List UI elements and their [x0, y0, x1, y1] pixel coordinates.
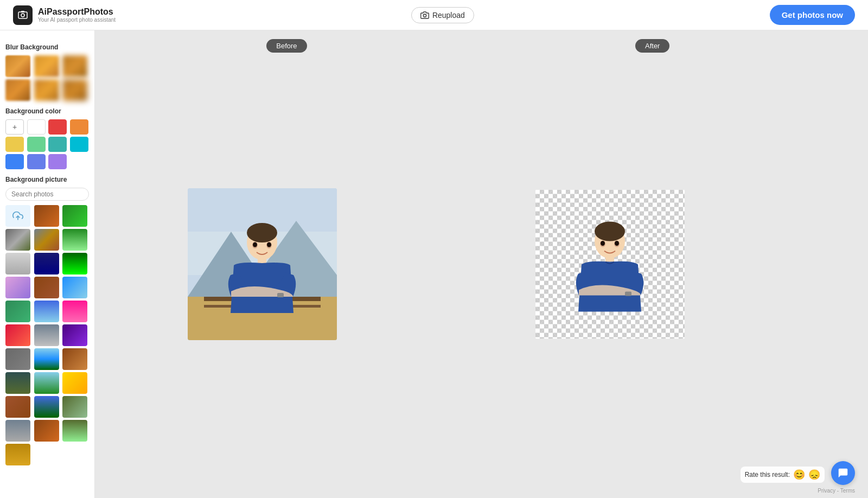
- app-body: Blur Background Background color + Backg…: [0, 30, 868, 498]
- bg-picture-grid: [5, 205, 89, 465]
- bg-thumb-12[interactable]: [5, 301, 30, 322]
- color-swatch-add[interactable]: +: [5, 119, 24, 135]
- bg-thumb-20[interactable]: [62, 348, 87, 370]
- rate-label: Rate this result:: [745, 471, 790, 478]
- get-photos-button[interactable]: Get photos now: [770, 5, 855, 25]
- bg-thumb-17[interactable]: [62, 324, 87, 346]
- reupload-label: Reupload: [432, 11, 465, 20]
- header: AiPassportPhotos Your AI passport photo …: [0, 0, 868, 30]
- bg-thumb-27[interactable]: [5, 420, 30, 442]
- after-image: [535, 190, 685, 339]
- blur-thumb-2[interactable]: [34, 55, 59, 77]
- bg-thumb-28[interactable]: [34, 420, 59, 442]
- after-image-container: [535, 190, 685, 339]
- color-section-title: Background color: [5, 107, 89, 115]
- bg-thumb-15[interactable]: [5, 324, 30, 346]
- blur-section-title: Blur Background: [5, 43, 89, 51]
- color-swatch-cyan[interactable]: [70, 137, 88, 152]
- color-swatch-orange[interactable]: [70, 119, 88, 135]
- svg-rect-20: [277, 293, 284, 297]
- privacy-link[interactable]: Privacy - Terms: [818, 488, 855, 494]
- after-scene-svg: [535, 190, 685, 339]
- logo-area: AiPassportPhotos Your AI passport photo …: [13, 5, 116, 25]
- svg-point-27: [615, 241, 619, 246]
- bg-thumb-1[interactable]: [34, 205, 59, 227]
- bg-thumb-6[interactable]: [5, 253, 30, 274]
- bg-thumb-14[interactable]: [62, 301, 87, 322]
- happy-emoji[interactable]: 😊: [793, 469, 805, 481]
- svg-point-18: [253, 242, 257, 247]
- bg-thumb-18[interactable]: [5, 348, 30, 370]
- bg-thumb-29[interactable]: [62, 420, 87, 442]
- color-swatch-grid: +: [5, 119, 89, 169]
- after-label: After: [635, 39, 669, 53]
- color-swatch-lime[interactable]: [27, 137, 46, 152]
- bg-thumb-4[interactable]: [34, 229, 59, 251]
- chat-icon: [837, 467, 849, 479]
- color-swatch-blue[interactable]: [5, 154, 24, 169]
- bg-thumb-10[interactable]: [34, 277, 59, 298]
- color-swatch-white[interactable]: [27, 119, 46, 135]
- svg-rect-0: [18, 12, 27, 18]
- bg-thumb-9[interactable]: [5, 277, 30, 298]
- reupload-button[interactable]: Reupload: [411, 7, 474, 23]
- bg-thumb-13[interactable]: [34, 301, 59, 322]
- color-swatch-indigo[interactable]: [27, 154, 46, 169]
- before-image-container: [188, 188, 337, 340]
- color-swatch-teal[interactable]: [48, 137, 67, 152]
- bg-thumb-8[interactable]: [62, 253, 87, 274]
- svg-point-19: [267, 242, 271, 247]
- bg-thumb-2[interactable]: [62, 205, 87, 227]
- bg-thumb-11[interactable]: [62, 277, 87, 298]
- bg-thumb-5[interactable]: [62, 229, 87, 251]
- svg-point-14: [247, 223, 277, 242]
- svg-rect-28: [625, 292, 631, 296]
- before-image: [188, 188, 337, 340]
- before-label: Before: [266, 39, 307, 53]
- search-box: [5, 188, 89, 201]
- logo-text-area: AiPassportPhotos Your AI passport photo …: [38, 7, 116, 23]
- bg-thumb-19[interactable]: [34, 348, 59, 370]
- blur-thumb-3[interactable]: [62, 55, 87, 77]
- blur-thumb-6[interactable]: [62, 79, 87, 101]
- bg-thumb-30[interactable]: [5, 444, 30, 465]
- logo-title: AiPassportPhotos: [38, 7, 116, 17]
- before-scene-svg: [188, 188, 337, 340]
- bg-thumb-22[interactable]: [34, 372, 59, 394]
- svg-rect-2: [21, 11, 24, 12]
- chat-button[interactable]: [831, 461, 855, 485]
- sad-emoji[interactable]: 😞: [808, 469, 820, 481]
- upload-cloud-icon: [12, 210, 23, 221]
- blur-thumb-1[interactable]: [5, 55, 30, 77]
- bg-thumb-26[interactable]: [62, 396, 87, 418]
- color-swatch-yellow[interactable]: [5, 137, 24, 152]
- color-swatch-red[interactable]: [48, 119, 67, 135]
- svg-point-3: [423, 14, 426, 17]
- sidebar: Blur Background Background color + Backg…: [0, 30, 95, 498]
- blur-thumb-4[interactable]: [5, 79, 30, 101]
- bg-thumb-25[interactable]: [34, 396, 59, 418]
- search-input[interactable]: [11, 190, 93, 198]
- picture-section-title: Background picture: [5, 176, 89, 183]
- bg-thumb-7[interactable]: [34, 253, 59, 274]
- bg-thumb-16[interactable]: [34, 324, 59, 346]
- logo-subtitle: Your AI passport photo assistant: [38, 17, 116, 23]
- svg-point-1: [21, 14, 24, 17]
- bg-thumb-3[interactable]: [5, 229, 30, 251]
- bg-thumb-upload[interactable]: [5, 205, 30, 227]
- svg-point-26: [601, 241, 605, 246]
- color-swatch-purple[interactable]: [48, 154, 67, 169]
- bg-thumb-21[interactable]: [5, 372, 30, 394]
- bg-thumb-23[interactable]: [62, 372, 87, 394]
- main-content: Before After: [95, 30, 868, 498]
- svg-point-22: [595, 222, 625, 241]
- rate-area: Rate this result: 😊 😞: [741, 467, 825, 483]
- bg-thumb-24[interactable]: [5, 396, 30, 418]
- blur-thumb-5[interactable]: [34, 79, 59, 101]
- blur-thumbnail-grid: [5, 55, 89, 101]
- logo-icon: [13, 5, 33, 25]
